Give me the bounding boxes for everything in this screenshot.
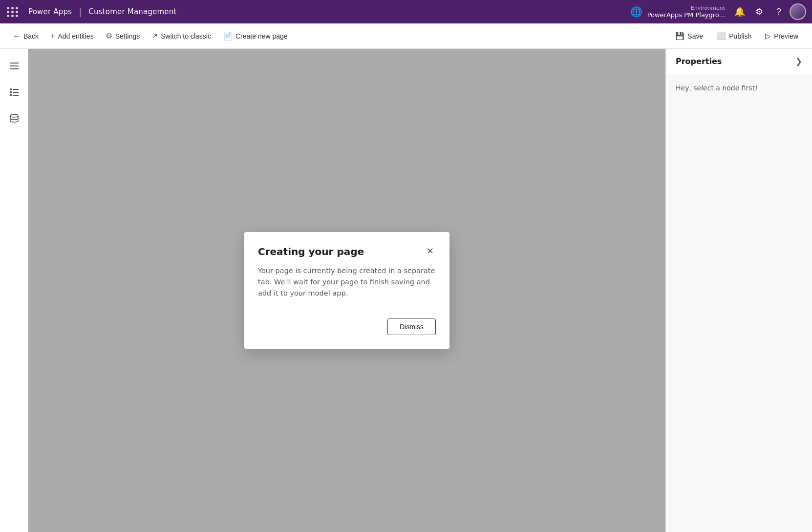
sidebar-list-icon[interactable]: [5, 83, 23, 102]
nav-right-section: 🌐 Environment PowerApps PM Playgro... 🔔 …: [628, 3, 806, 21]
svg-rect-0: [10, 63, 19, 64]
back-button[interactable]: ← Back: [8, 29, 43, 43]
properties-chevron-icon[interactable]: ❯: [796, 57, 802, 66]
svg-point-9: [10, 114, 18, 117]
dialog-close-button[interactable]: ✕: [425, 246, 436, 256]
back-arrow-icon: ←: [13, 32, 21, 41]
dialog-overlay: Creating your page ✕ Your page is curren…: [28, 49, 665, 532]
dialog-message: Your page is currently being created in …: [258, 267, 435, 297]
toolbar: ← Back + Add entities ⚙ Settings ↗ Switc…: [0, 23, 812, 49]
properties-title: Properties: [676, 57, 722, 66]
svg-rect-4: [13, 89, 19, 90]
svg-rect-3: [10, 88, 12, 90]
dialog-header: Creating your page ✕: [244, 232, 449, 265]
add-entities-label: Add entities: [58, 32, 93, 40]
environment-label: Environment: [691, 5, 725, 11]
app-name: Power Apps: [28, 7, 72, 16]
svg-rect-5: [10, 91, 12, 93]
preview-button[interactable]: ▷ Preview: [759, 29, 804, 43]
properties-header: Properties ❯: [666, 49, 812, 74]
switch-classic-icon: ↗: [151, 31, 158, 41]
environment-globe-button[interactable]: 🌐: [628, 3, 645, 21]
sidebar: [0, 49, 28, 532]
publish-label: Publish: [729, 32, 751, 40]
preview-icon: ▷: [765, 32, 771, 41]
canvas-area: Creating your page ✕ Your page is curren…: [28, 49, 665, 532]
settings-toolbar-icon: ⚙: [106, 31, 112, 41]
dialog-footer: Dismiss: [244, 313, 449, 349]
nav-separator: |: [79, 7, 82, 17]
publish-button[interactable]: ⬜ Publish: [711, 29, 757, 43]
database-icon: [10, 114, 19, 124]
save-icon: 💾: [675, 32, 684, 41]
svg-rect-7: [10, 94, 12, 96]
project-name: Customer Management: [88, 7, 176, 16]
save-button[interactable]: 💾 Save: [669, 29, 709, 43]
environment-name: PowerApps PM Playgro...: [647, 11, 725, 19]
switch-to-classic-button[interactable]: ↗ Switch to classic: [147, 28, 216, 43]
sidebar-menu-icon[interactable]: [5, 57, 23, 75]
publish-icon: ⬜: [717, 32, 726, 41]
notifications-button[interactable]: 🔔: [731, 3, 748, 21]
add-entities-button[interactable]: + Add entities: [45, 29, 99, 43]
user-avatar[interactable]: [790, 3, 806, 20]
hamburger-icon: [10, 63, 19, 69]
top-nav: Power Apps | Customer Management 🌐 Envir…: [0, 0, 812, 23]
settings-label: Settings: [115, 32, 140, 40]
preview-label: Preview: [774, 32, 798, 40]
help-button[interactable]: ?: [770, 3, 788, 21]
creating-page-dialog: Creating your page ✕ Your page is curren…: [244, 232, 449, 349]
properties-panel: Properties ❯ Hey, select a node first!: [665, 49, 812, 532]
dialog-body: Your page is currently being created in …: [244, 265, 449, 313]
switch-to-classic-label: Switch to classic: [161, 32, 211, 40]
create-new-page-button[interactable]: 📄 Create new page: [218, 28, 293, 43]
properties-empty-message: Hey, select a node first!: [676, 84, 758, 92]
back-label: Back: [23, 32, 39, 40]
waffle-menu-button[interactable]: [6, 3, 23, 21]
dismiss-button[interactable]: Dismiss: [387, 319, 436, 335]
toolbar-right: 💾 Save ⬜ Publish ▷ Preview: [669, 29, 804, 43]
settings-button[interactable]: ⚙: [750, 3, 768, 21]
environment-block: Environment PowerApps PM Playgro...: [647, 5, 725, 19]
add-entities-icon: +: [50, 32, 55, 41]
svg-rect-2: [10, 68, 19, 69]
sidebar-database-icon[interactable]: [5, 109, 23, 128]
svg-rect-1: [10, 65, 19, 66]
avatar-image: [791, 4, 805, 19]
properties-body: Hey, select a node first!: [666, 74, 812, 102]
svg-rect-8: [13, 95, 19, 96]
create-new-page-label: Create new page: [235, 32, 288, 40]
list-icon: [10, 88, 19, 96]
main-layout: Creating your page ✕ Your page is curren…: [0, 49, 812, 532]
save-label: Save: [687, 32, 703, 40]
waffle-icon: [7, 7, 19, 17]
settings-toolbar-button[interactable]: ⚙ Settings: [101, 28, 145, 43]
create-page-icon: 📄: [223, 31, 233, 41]
dialog-title: Creating your page: [258, 246, 364, 257]
svg-rect-6: [13, 92, 19, 93]
